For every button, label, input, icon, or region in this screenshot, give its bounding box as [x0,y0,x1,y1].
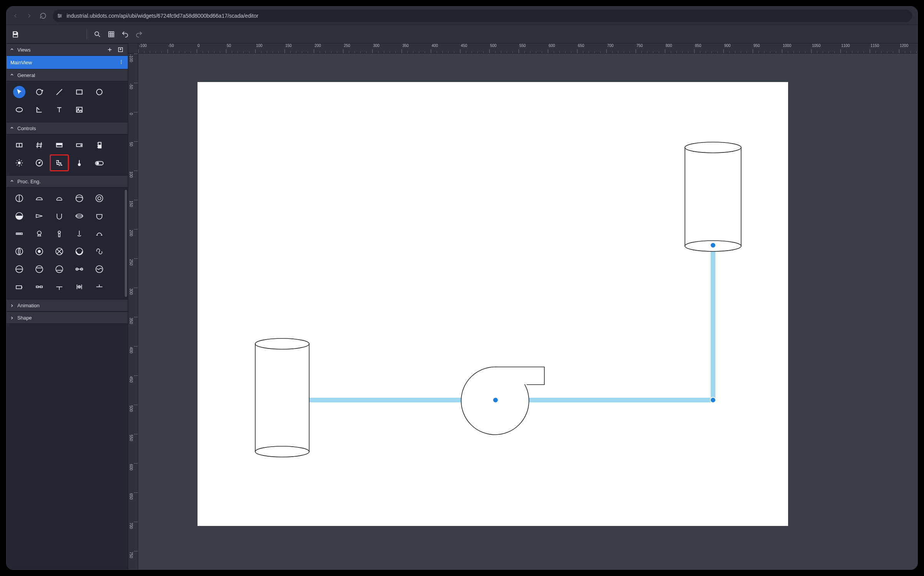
svg-rect-90 [16,286,22,289]
app-toolbar [7,25,917,44]
svg-point-85 [56,266,63,273]
tool-path[interactable] [30,101,49,118]
save-button[interactable] [10,28,21,40]
tool-pe-dome[interactable] [50,190,69,207]
address-bar[interactable]: industrial.ubidots.com/api/ubi/widgets/6… [53,10,912,22]
chevron-up-icon [10,179,15,184]
tool-pipe[interactable] [50,154,69,171]
svg-line-20 [57,89,62,95]
canvas-page[interactable] [198,82,788,526]
svg-rect-106 [685,147,741,246]
svg-line-47 [17,161,18,161]
proc-eng-tools[interactable] [7,188,128,299]
grid-button[interactable] [105,28,117,40]
view-item-mainview[interactable]: MainView [7,56,128,69]
tool-rect[interactable] [70,84,89,100]
tool-pe-fan[interactable] [10,243,29,260]
animation-header[interactable]: Animation [7,299,128,311]
tool-pe-tower[interactable] [50,225,69,242]
zoom-button[interactable] [92,28,103,40]
tool-pe-dumbbell[interactable] [70,261,89,278]
app-body: Views MainView General [7,44,917,569]
tool-pe-cap[interactable] [30,190,49,207]
tool-cell[interactable] [10,137,29,154]
reload-icon[interactable] [40,12,47,19]
tool-dropdown[interactable] [70,137,89,154]
canvas-svg[interactable] [198,82,788,526]
tool-pe-pumpstand[interactable] [30,225,49,242]
svg-point-18 [121,63,122,64]
tool-pe-battery[interactable] [10,278,29,295]
tool-pe-tee[interactable] [50,278,69,295]
undo-button[interactable] [119,28,131,40]
tank-right[interactable] [685,142,741,251]
pipe-node[interactable] [710,243,716,248]
tool-pe-valve[interactable] [90,278,109,295]
tool-pe-ring3[interactable] [50,261,69,278]
tool-pe-compass[interactable] [50,243,69,260]
tool-pe-hbar[interactable] [70,278,89,295]
general-label: General [17,72,35,78]
svg-line-31 [41,142,42,148]
tool-image[interactable] [70,101,89,118]
proc-eng-header[interactable]: Proc. Eng. [7,175,128,188]
tool-pe-halfcircle[interactable] [10,208,29,224]
controls-header[interactable]: Controls [7,122,128,134]
tool-ellipse[interactable] [10,101,29,118]
tool-hash[interactable] [30,137,49,154]
tool-pe-arc[interactable] [70,243,89,260]
view-item-menu-icon[interactable] [119,59,124,66]
tool-thermo[interactable] [70,154,89,171]
tool-text[interactable] [50,101,69,118]
pipe-node[interactable] [710,397,716,403]
tool-gauge[interactable] [30,154,49,171]
svg-point-3 [58,14,59,15]
svg-point-60 [76,195,83,202]
tool-panel[interactable] [50,137,69,154]
tool-toggle[interactable] [90,154,109,171]
tool-pe-cupcap[interactable] [90,208,109,224]
tool-pointer[interactable] [13,86,25,98]
svg-rect-110 [495,367,526,384]
tool-circle[interactable] [90,84,109,100]
back-icon[interactable] [12,12,19,19]
tool-orbit[interactable] [30,84,49,100]
tool-pe-infinity[interactable] [90,243,109,260]
tool-pe-orb[interactable] [30,243,49,260]
svg-rect-38 [98,145,101,148]
add-view-button[interactable] [105,45,114,54]
forward-icon[interactable] [26,12,33,19]
tool-pe-ring1[interactable] [10,261,29,278]
scada-editor: Views MainView General [7,25,917,569]
tool-pe-triangle[interactable] [30,208,49,224]
shape-header[interactable]: Shape [7,311,128,324]
tool-pe-doublecircle[interactable] [90,190,109,207]
tool-pe-grille[interactable] [10,225,29,242]
tool-pe-joint[interactable] [30,278,49,295]
redo-button[interactable] [133,28,145,40]
pipe-node[interactable] [493,397,498,403]
tool-pe-ring2[interactable] [30,261,49,278]
workspace[interactable] [138,54,917,569]
svg-point-61 [96,195,103,202]
svg-point-105 [255,446,309,457]
tool-pe-ushape[interactable] [50,208,69,224]
tool-pe-globe[interactable] [70,190,89,207]
svg-point-19 [37,89,42,95]
tool-pe-inline[interactable] [70,208,89,224]
import-view-button[interactable] [116,45,125,54]
views-header[interactable]: Views [7,44,128,56]
tool-pe-wavecircle[interactable] [90,261,109,278]
tool-led[interactable] [10,154,29,171]
svg-rect-26 [77,107,82,112]
svg-point-4 [60,15,61,16]
tool-pe-omega[interactable] [90,225,109,242]
tool-pe-circle-split[interactable] [10,190,29,207]
general-header[interactable]: General [7,69,128,81]
tool-tank[interactable] [90,137,109,154]
tool-pe-hook[interactable] [70,225,89,242]
site-settings-icon[interactable] [57,13,63,19]
tank-left[interactable] [255,338,309,457]
tool-line[interactable] [50,84,69,100]
svg-line-50 [21,161,22,161]
